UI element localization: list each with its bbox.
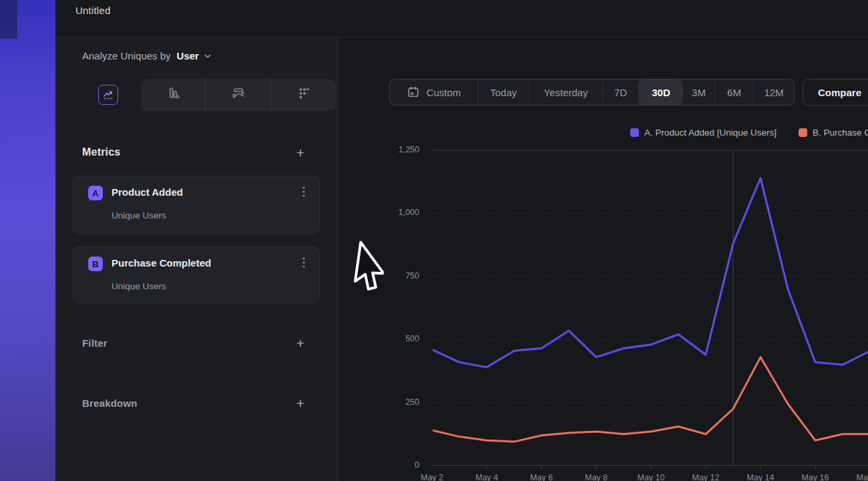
metric-subtitle-b: Unique Users (112, 281, 166, 291)
chart-legend: A. Product Added [Unique Users] B. Purch… (338, 128, 868, 140)
range-30d-label: 30D (652, 87, 670, 98)
range-custom[interactable]: Custom (390, 79, 478, 105)
x-tick-label: May 16 (792, 473, 839, 481)
bar-chart-icon (164, 85, 182, 105)
y-tick-label: 0 (338, 460, 419, 470)
compare-button[interactable]: Compare (803, 79, 868, 106)
strip-corner-shade (0, 0, 17, 39)
range-6m-label: 6M (727, 87, 741, 98)
range-today-label: Today (490, 87, 517, 98)
chart-panel: Custom Today Yesterday 7D 30D 3M 6M 12M … (338, 37, 868, 481)
x-tick-label: May 12 (682, 473, 729, 481)
metric-subtitle-a: Unique Users (112, 210, 166, 220)
line-chart-icon (98, 85, 118, 105)
calendar-icon (407, 86, 420, 99)
x-tick-label: May 10 (628, 473, 674, 481)
kebab-menu-icon[interactable] (298, 255, 310, 270)
metric-badge-a: A (88, 186, 103, 200)
breakdown-label: Breakdown (82, 397, 138, 409)
range-12m[interactable]: 12M (754, 79, 794, 105)
range-6m[interactable]: 6M (715, 79, 754, 105)
range-7d-label: 7D (614, 87, 627, 98)
add-metric-button[interactable]: + (296, 146, 304, 160)
tab-line-chart[interactable] (75, 77, 140, 112)
tab-flow-chart[interactable] (205, 77, 270, 112)
range-today[interactable]: Today (478, 79, 529, 105)
sidebar: Analyze Uniques by User (55, 37, 338, 481)
range-custom-label: Custom (427, 87, 461, 98)
plot-area (433, 146, 868, 470)
range-30d[interactable]: 30D (639, 79, 683, 105)
app-panel: Untitled Analyze Uniques by User (55, 0, 868, 481)
tab-bar-chart[interactable] (140, 77, 205, 112)
report-title[interactable]: Untitled (75, 5, 110, 16)
analyze-row: Analyze Uniques by User (55, 37, 337, 74)
range-3m-label: 3M (692, 87, 706, 98)
metrics-header: Metrics (82, 146, 120, 158)
x-tick-label: May 4 (463, 473, 510, 481)
metric-card-b[interactable]: B Purchase Completed Unique Users (73, 247, 320, 303)
line-chart[interactable]: 1,2501,0007505002500 May 2May 4May 6May … (338, 146, 868, 481)
legend-swatch-a (630, 128, 639, 137)
metric-title-b: Purchase Completed (112, 257, 211, 269)
y-tick-label: 250 (338, 397, 419, 407)
legend-swatch-b (799, 128, 807, 137)
chart-type-tabs (75, 77, 336, 112)
legend-label-b: B. Purchase Completed [Unique Users] (813, 128, 868, 138)
top-header: Untitled (55, 0, 868, 37)
x-tick-label: May 14 (737, 473, 784, 481)
range-7d[interactable]: 7D (603, 79, 639, 105)
metric-title-a: Product Added (112, 186, 183, 198)
range-yesterday-label: Yesterday (544, 87, 588, 98)
filter-row: Filter + (55, 331, 337, 354)
analyze-label: Analyze Uniques by (82, 50, 171, 61)
breakdown-row: Breakdown + (55, 391, 337, 414)
metrics-header-row: Metrics + (55, 141, 337, 164)
legend-item-a[interactable]: A. Product Added [Unique Users] (630, 128, 777, 138)
metric-badge-b: B (88, 257, 103, 271)
kebab-menu-icon[interactable] (298, 184, 310, 199)
flow-chart-icon (230, 85, 247, 105)
range-3m[interactable]: 3M (683, 79, 715, 105)
app-window: Untitled Analyze Uniques by User (0, 0, 868, 481)
x-tick-label: May 18 (847, 473, 868, 481)
x-tick-label: May 2 (409, 473, 455, 481)
add-breakdown-button[interactable]: + (296, 396, 304, 410)
legend-label-a: A. Product Added [Unique Users] (644, 128, 777, 138)
left-gradient-strip (0, 0, 55, 481)
date-range-control: Custom Today Yesterday 7D 30D 3M 6M 12M (389, 79, 795, 106)
y-tick-label: 1,000 (338, 208, 419, 217)
x-tick-label: May 6 (518, 473, 565, 481)
y-tick-label: 500 (338, 334, 419, 343)
tab-funnel-dots[interactable] (270, 77, 336, 112)
analyze-value-dropdown[interactable]: User (177, 50, 199, 61)
funnel-dots-icon (295, 85, 312, 105)
y-tick-label: 1,250 (338, 145, 419, 154)
range-yesterday[interactable]: Yesterday (529, 79, 603, 105)
range-12m-label: 12M (764, 87, 783, 98)
add-filter-button[interactable]: + (296, 336, 304, 350)
x-tick-label: May 8 (573, 473, 620, 481)
chevron-down-icon[interactable] (204, 52, 212, 60)
legend-item-b[interactable]: B. Purchase Completed [Unique Users] (799, 128, 868, 138)
metric-card-a[interactable]: A Product Added Unique Users (73, 176, 320, 234)
filter-label: Filter (82, 337, 107, 349)
